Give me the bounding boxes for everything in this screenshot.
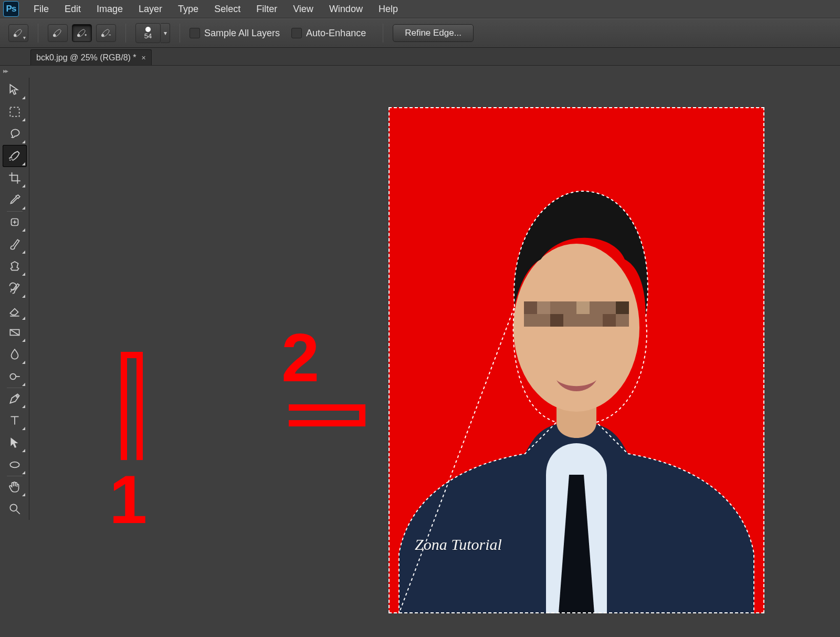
separator xyxy=(125,24,126,43)
tool-preset-picker[interactable]: ▾ xyxy=(8,24,28,42)
hand-tool[interactable] xyxy=(3,476,27,498)
auto-enhance-checkbox[interactable] xyxy=(291,28,302,38)
history-brush-tool[interactable] xyxy=(3,277,27,299)
brush-size-value: 54 xyxy=(144,32,152,40)
svg-rect-15 xyxy=(524,301,537,314)
brush-subtract-icon xyxy=(100,28,112,38)
svg-rect-20 xyxy=(616,301,629,314)
brush-new-icon xyxy=(52,28,64,38)
annotation-arrow-1 xyxy=(108,313,155,460)
marquee-tool[interactable] xyxy=(3,101,27,123)
svg-point-3 xyxy=(101,34,104,37)
chevron-down-icon: ▾ xyxy=(23,35,26,40)
zoom-tool[interactable] xyxy=(3,498,27,520)
brush-preset-icon xyxy=(13,28,24,38)
refine-edge-button[interactable]: Refine Edge... xyxy=(393,24,474,42)
menu-bar: Ps File Edit Image Layer Type Select Fil… xyxy=(0,0,840,18)
clone-stamp-tool[interactable] xyxy=(3,255,27,277)
ellipse-shape-tool[interactable] xyxy=(3,454,27,476)
app-logo: Ps xyxy=(3,1,19,17)
menu-view[interactable]: View xyxy=(286,1,321,17)
annotation-arrow-2 xyxy=(289,389,410,446)
menu-file[interactable]: File xyxy=(26,1,56,17)
healing-brush-tool[interactable] xyxy=(3,211,27,233)
svg-point-2 xyxy=(77,34,80,37)
app-logo-text: Ps xyxy=(6,4,16,14)
type-tool[interactable] xyxy=(3,410,27,432)
dodge-tool[interactable] xyxy=(3,366,27,388)
workspace[interactable]: Zona Tutorial 1 2 xyxy=(29,84,840,637)
svg-point-9 xyxy=(16,395,17,397)
svg-point-10 xyxy=(10,462,19,468)
eyedropper-tool[interactable] xyxy=(3,189,27,211)
brush-size-picker[interactable]: 54 xyxy=(135,23,161,43)
watermark-text: Zona Tutorial xyxy=(415,536,502,554)
svg-rect-4 xyxy=(10,107,19,116)
move-tool[interactable] xyxy=(3,79,27,101)
menu-edit[interactable]: Edit xyxy=(57,1,88,17)
svg-rect-16 xyxy=(537,301,550,314)
new-selection-button[interactable] xyxy=(48,24,68,42)
separator xyxy=(383,24,383,43)
auto-enhance-label: Auto-Enhance xyxy=(306,28,366,39)
subtract-from-selection-button[interactable] xyxy=(96,24,116,42)
menu-type[interactable]: Type xyxy=(171,1,206,17)
refine-edge-label: Refine Edge... xyxy=(405,28,461,38)
document-canvas[interactable]: Zona Tutorial xyxy=(388,107,764,613)
annotation-number-1: 1 xyxy=(109,460,147,539)
blur-tool[interactable] xyxy=(3,343,27,366)
document-tab[interactable]: bck0.jpg @ 25% (RGB/8) * × xyxy=(30,49,152,65)
document-tab-title: bck0.jpg @ 25% (RGB/8) * xyxy=(36,53,136,62)
svg-rect-17 xyxy=(550,314,563,327)
brush-add-icon xyxy=(76,28,88,38)
svg-rect-18 xyxy=(576,301,590,314)
separator xyxy=(38,24,38,43)
svg-point-0 xyxy=(14,34,16,37)
svg-point-1 xyxy=(53,34,56,37)
menu-layer[interactable]: Layer xyxy=(131,1,170,17)
quick-selection-tool[interactable] xyxy=(3,145,27,167)
brush-size-chevron[interactable]: ▾ xyxy=(161,23,170,43)
options-bar: ▾ 54 ▾ Sample All Layers Auto-Enhance Re… xyxy=(0,18,840,48)
separator xyxy=(180,24,180,43)
menu-window[interactable]: Window xyxy=(322,1,370,17)
crop-tool[interactable] xyxy=(3,167,27,189)
gradient-tool[interactable] xyxy=(3,321,27,343)
document-tab-strip: bck0.jpg @ 25% (RGB/8) * × xyxy=(0,48,840,66)
sample-all-layers-checkbox[interactable] xyxy=(190,28,200,38)
brush-tool[interactable] xyxy=(3,233,27,255)
panel-collapse-handle[interactable]: ▸▸ xyxy=(3,67,7,75)
sample-all-layers-label: Sample All Layers xyxy=(204,28,280,39)
pen-tool[interactable] xyxy=(3,388,27,410)
svg-rect-19 xyxy=(603,314,616,327)
svg-point-11 xyxy=(10,504,17,511)
lasso-tool[interactable] xyxy=(3,123,27,145)
menu-filter[interactable]: Filter xyxy=(249,1,285,17)
menu-help[interactable]: Help xyxy=(371,1,405,17)
toolbox xyxy=(0,78,29,520)
close-tab-icon[interactable]: × xyxy=(142,54,146,62)
menu-select[interactable]: Select xyxy=(207,1,248,17)
eraser-tool[interactable] xyxy=(3,299,27,321)
add-to-selection-button[interactable] xyxy=(72,24,92,42)
path-selection-tool[interactable] xyxy=(3,432,27,454)
annotation-number-2: 2 xyxy=(281,318,319,397)
svg-point-8 xyxy=(10,374,16,380)
menu-image[interactable]: Image xyxy=(89,1,130,17)
